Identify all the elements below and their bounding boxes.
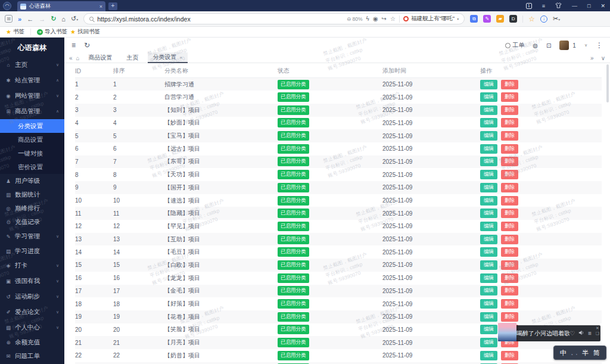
hot-search-caret-icon[interactable]: ▾ [457, 17, 459, 21]
sidebar-item-7[interactable]: 密价设置 [0, 160, 64, 174]
player-restore-icon[interactable]: ❏ [596, 331, 599, 336]
sidebar-item-10[interactable]: ◎巅峰排行 [0, 201, 64, 215]
sidebar-item-3[interactable]: ⊞商品管理∧ [0, 104, 64, 119]
sidebar-expand-icon[interactable]: » [18, 15, 21, 23]
notes-extension-icon[interactable]: ✎ [483, 15, 491, 23]
url-bar[interactable]: https://xysl.mistora.cc/index/index ⊖ 80… [83, 13, 465, 24]
volume-icon[interactable] [578, 330, 584, 337]
sidebar-item-12[interactable]: ✎学习管理∨ [0, 229, 64, 244]
delete-button[interactable]: 删除 [501, 131, 518, 141]
skin-icon[interactable] [555, 2, 562, 10]
sidebar-item-13[interactable]: ▤学习进度 [0, 244, 64, 258]
delete-button[interactable]: 删除 [501, 170, 518, 179]
sidebar-item-2[interactable]: ◉网站管理∨ [0, 88, 64, 104]
new-tab-button[interactable]: + [108, 2, 117, 10]
tabs-scroll-right-icon[interactable]: » [590, 55, 594, 61]
browser-menu-icon[interactable]: ≡ [542, 3, 545, 9]
workorder-button[interactable]: 工单 [505, 41, 524, 49]
sidebar-item-11[interactable]: ⊙充值记录 [0, 215, 64, 229]
edit-button[interactable]: 编辑 [480, 105, 497, 115]
edit-button[interactable]: 编辑 [480, 131, 497, 141]
edit-button[interactable]: 编辑 [480, 92, 497, 102]
tab-goods-settings[interactable]: 商品设置 [83, 53, 118, 63]
ime-simplified-mode[interactable]: 简 [593, 349, 600, 357]
user-menu-chevron-icon[interactable]: ∨ [584, 43, 587, 48]
edit-button[interactable]: 编辑 [480, 170, 497, 179]
import-bookmarks-button[interactable]: ➜ 导入书签 [37, 28, 67, 36]
music-player[interactable]: 喝醉了小河边唱着歌 ♡ ≡ ✕ ❏ [498, 325, 600, 341]
theme-icon[interactable]: ◍ [533, 42, 538, 49]
delete-button[interactable]: 删除 [501, 144, 518, 154]
edit-button[interactable]: 编辑 [480, 80, 497, 89]
edit-button[interactable]: 编辑 [480, 247, 497, 257]
tab-home[interactable]: 主页 [122, 53, 144, 63]
delete-button[interactable]: 删除 [501, 273, 518, 283]
delete-button[interactable]: 删除 [501, 196, 518, 206]
zoom-out-icon[interactable]: ⊖ 80% [347, 16, 363, 22]
delete-button[interactable]: 删除 [501, 260, 518, 270]
delete-button[interactable]: 删除 [501, 247, 518, 257]
close-window-icon[interactable]: ✕ [600, 3, 605, 9]
flash-icon[interactable]: ϟ [366, 15, 369, 22]
delete-button[interactable]: 删除 [501, 286, 518, 295]
tab-category-settings[interactable]: 分类设置 × [148, 52, 188, 63]
delete-button[interactable]: 删除 [501, 222, 518, 231]
download-icon[interactable]: ↓ [540, 15, 547, 23]
edit-button[interactable]: 编辑 [480, 222, 497, 231]
ime-width-mode[interactable]: 半 [582, 349, 589, 357]
browser-logo-icon[interactable]: ◠ [3, 2, 11, 10]
extension-grid-icon[interactable]: ⊞ [5, 15, 13, 23]
recently-closed-icon[interactable]: ↺▾ [71, 15, 78, 23]
tab-close-icon[interactable]: × [99, 4, 102, 10]
edit-button[interactable]: 编辑 [480, 286, 497, 295]
tabs-scroll-left-icon[interactable]: « [69, 55, 73, 61]
delete-button[interactable]: 删除 [501, 312, 518, 322]
sidebar-item-0[interactable]: ⌂主页∨ [0, 57, 64, 73]
sidebar-item-15[interactable]: ▣强国有我∨ [0, 273, 64, 289]
delete-button[interactable]: 删除 [501, 183, 518, 192]
sidebar-item-5[interactable]: 商品设置 [0, 133, 64, 147]
edit-button[interactable]: 编辑 [480, 183, 497, 192]
hot-search[interactable]: 福建舰上有"哪吒" ▾ [403, 15, 459, 23]
tabs-menu-icon[interactable]: ∨ [601, 55, 605, 61]
edit-button[interactable]: 编辑 [480, 325, 497, 334]
ime-lang-mode[interactable]: 中 [560, 349, 567, 357]
edit-button[interactable]: 编辑 [480, 312, 497, 322]
edit-button[interactable]: 编辑 [480, 196, 497, 206]
bookmark-item[interactable]: ★ 书签 [6, 28, 24, 36]
content-scrollbar[interactable] [606, 64, 609, 350]
player-close-icon[interactable]: ✕ [596, 325, 599, 331]
edit-button[interactable]: 编辑 [480, 235, 497, 244]
delete-button[interactable]: 删除 [501, 209, 518, 218]
refresh-icon[interactable]: ↻ [51, 15, 56, 23]
edit-button[interactable]: 编辑 [480, 209, 497, 218]
close-tab-icon[interactable]: × [180, 55, 183, 60]
edit-button[interactable]: 编辑 [480, 260, 497, 270]
scrollbar-thumb[interactable] [606, 64, 609, 102]
browser-tab[interactable]: 心语森林 × [17, 1, 105, 11]
delete-button[interactable]: 删除 [501, 92, 518, 102]
delete-button[interactable]: 删除 [501, 235, 518, 244]
ime-punct-mode[interactable]: 。, [571, 350, 577, 356]
edit-button[interactable]: 编辑 [480, 118, 497, 127]
sidebar-item-1[interactable]: ✱站点管理∧ [0, 73, 64, 88]
sidebar-item-9[interactable]: ▥数据统计 [0, 188, 64, 201]
more-options-icon[interactable]: ⋮ [596, 41, 603, 49]
sidebar-item-14[interactable]: ◈打卡∨ [0, 258, 64, 273]
bookmark-star-icon[interactable]: ☆ [390, 15, 396, 22]
edit-button[interactable]: 编辑 [480, 144, 497, 154]
playlist-icon[interactable]: ≡ [588, 330, 592, 337]
favorites-icon[interactable]: ☆ [528, 15, 535, 23]
back-icon[interactable]: ← [27, 15, 33, 23]
folder-extension-icon[interactable]: ▰ [496, 15, 504, 23]
sidebar-item-17[interactable]: ✐爱点论文∨ [0, 304, 64, 320]
edit-button[interactable]: 编辑 [480, 351, 497, 360]
edit-button[interactable]: 编辑 [480, 157, 497, 166]
sidebar-item-4[interactable]: 分类设置 [0, 119, 64, 133]
sidebar-item-19[interactable]: ⊕余额充值 [0, 335, 64, 349]
sidebar-item-6[interactable]: 一键对接 [0, 147, 64, 160]
recover-bookmarks-button[interactable]: ★ 找回书签 [70, 28, 100, 36]
home-icon[interactable]: ⌂ [61, 15, 66, 23]
translate-extension-icon[interactable]: ⧉ [470, 15, 478, 23]
delete-button[interactable]: 删除 [501, 157, 518, 166]
